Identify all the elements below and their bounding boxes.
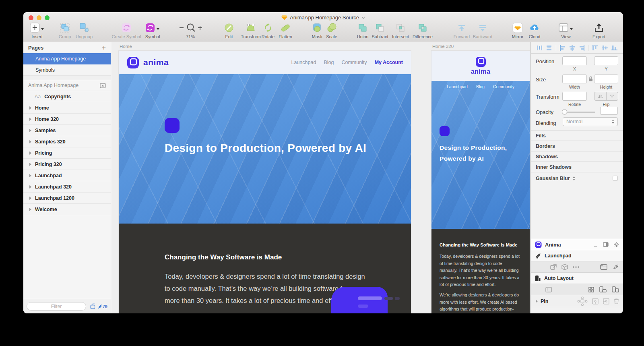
section-shadows[interactable]: Shadows — [531, 151, 623, 162]
layer-item-samples-320[interactable]: Samples 320 — [23, 136, 111, 147]
section-inner-shadows[interactable]: Inner Shadows — [531, 162, 623, 172]
pin-section-row[interactable]: Pin — [531, 295, 623, 307]
more-options-icon[interactable] — [573, 266, 579, 268]
height-field[interactable] — [594, 75, 618, 83]
flip-horizontal-button[interactable] — [594, 92, 607, 100]
preview-browser-icon[interactable] — [600, 264, 607, 270]
toolbar-edit-button[interactable]: Edit — [220, 22, 238, 39]
layout-list-icon[interactable] — [545, 287, 552, 292]
split-panel-icon[interactable] — [603, 242, 609, 247]
toolbar-rotate-button[interactable]: Rotate — [258, 22, 278, 39]
auto-layout-section-row[interactable]: Auto Layout — [531, 273, 623, 284]
disclosure-triangle-icon[interactable] — [29, 197, 31, 200]
export-link-icon[interactable] — [550, 264, 557, 270]
launchpad-section-row[interactable]: Launchpad — [531, 250, 623, 261]
page-item-symbols[interactable]: Symbols — [23, 64, 111, 76]
disclosure-triangle-icon[interactable] — [29, 174, 31, 177]
disclosure-triangle-icon[interactable] — [536, 300, 538, 303]
artboard-title-home-320[interactable]: Home 320 — [432, 44, 454, 49]
layer-item-copyrights[interactable]: Aa Copyrights — [23, 91, 111, 102]
pencil-badge-icon[interactable] — [97, 303, 101, 309]
toolbar-difference-button[interactable]: Difference — [411, 22, 435, 39]
toolbar-cloud-button[interactable]: Cloud — [526, 22, 543, 39]
lock-icon[interactable] — [588, 76, 593, 81]
rotate-field[interactable] — [562, 92, 587, 101]
toolbar-forward-button[interactable]: Forward — [451, 22, 473, 39]
toolbar-subtract-button[interactable]: Subtract — [369, 22, 391, 39]
layer-item-pricing[interactable]: Pricing — [23, 147, 111, 159]
blending-dropdown[interactable]: Normal — [563, 117, 618, 126]
artboard-home[interactable]: anima Launchpad Blog Community My Accoun… — [119, 51, 411, 313]
layer-item-launchpad[interactable]: Launchpad — [23, 170, 111, 181]
flip-vertical-button[interactable] — [607, 92, 618, 100]
grid-icon[interactable] — [588, 287, 594, 292]
toolbar-intersect-button[interactable]: Intersect — [389, 22, 412, 39]
toolbar-create-symbol-button[interactable]: Create Symbol — [110, 22, 143, 39]
launch-rocket-icon[interactable] — [613, 264, 619, 270]
filter-input[interactable] — [27, 302, 86, 311]
distribute-vertical-icon[interactable] — [546, 45, 553, 51]
add-page-button[interactable]: + — [102, 44, 106, 51]
toolbar-export-button[interactable]: Export — [589, 22, 609, 39]
align-right-icon[interactable] — [578, 45, 585, 51]
position-y-field[interactable] — [594, 56, 618, 65]
layer-item-launchpad-320[interactable]: Launchpad 320 — [23, 181, 111, 193]
pages-panel-toggle-icon[interactable] — [90, 303, 95, 309]
toolbar-mirror-button[interactable]: Mirror — [509, 22, 526, 39]
pin-constraints-icon[interactable] — [577, 296, 588, 306]
opacity-slider[interactable] — [563, 112, 595, 113]
mask-label: Mask — [312, 34, 322, 39]
toolbar-insert-button[interactable]: Insert — [27, 22, 47, 39]
toolbar-ungroup-button[interactable]: Ungroup — [72, 22, 96, 39]
opacity-slider-knob[interactable] — [562, 109, 567, 114]
disclosure-triangle-icon[interactable] — [29, 151, 31, 155]
disclosure-triangle-icon[interactable] — [29, 118, 31, 121]
minimize-panel-icon[interactable] — [593, 242, 598, 247]
artboard-title-home[interactable]: Home — [120, 44, 132, 49]
width-field[interactable] — [562, 75, 587, 83]
section-gaussian-blur[interactable]: Gaussian Blur — [531, 172, 623, 184]
disclosure-triangle-icon[interactable] — [29, 140, 31, 143]
toolbar-view-button[interactable]: View — [556, 22, 576, 39]
layer-item-launchpad-1200[interactable]: Launchpad 1200 — [23, 193, 111, 204]
gaussian-blur-checkbox[interactable] — [613, 176, 618, 181]
package-box-icon[interactable] — [561, 264, 568, 270]
toolbar-flatten-button[interactable]: Flatten — [275, 22, 295, 39]
align-left-icon[interactable] — [559, 45, 566, 51]
opacity-value-field[interactable] — [600, 107, 618, 115]
align-top-icon[interactable] — [591, 45, 598, 51]
section-borders[interactable]: Borders — [531, 141, 623, 151]
disclosure-triangle-icon[interactable] — [29, 208, 31, 211]
artboard-home-320[interactable]: anima Launchpad Blog Community Design to… — [431, 51, 530, 313]
toolbar-zoom-control[interactable]: 71% — [166, 22, 215, 39]
distribute-horizontal-icon[interactable] — [536, 45, 543, 51]
layer-item-home-320[interactable]: Home 320 — [23, 114, 111, 125]
toolbar-scale-button[interactable]: Scale — [324, 22, 340, 39]
orientation-landscape-icon[interactable] — [612, 286, 619, 292]
disclosure-triangle-icon[interactable] — [29, 185, 31, 189]
trash-icon[interactable] — [614, 298, 619, 304]
position-x-field[interactable] — [562, 56, 587, 65]
disclosure-triangle-icon[interactable] — [29, 163, 31, 166]
align-center-horizontal-icon[interactable] — [569, 45, 576, 51]
pin-horizontal-icon[interactable] — [592, 298, 599, 305]
flip-control[interactable] — [594, 92, 618, 101]
orientation-portrait-icon[interactable] — [599, 286, 607, 292]
layer-item-samples[interactable]: Samples — [23, 125, 111, 136]
page-item-anima-app-homepage[interactable]: Anima App Homepage — [23, 53, 111, 64]
toolbar-symbol-button[interactable]: Symbol — [143, 22, 162, 39]
sketch-file-icon — [281, 15, 287, 20]
gear-icon[interactable] — [614, 242, 619, 247]
layer-item-welcome[interactable]: Welcome — [23, 204, 111, 215]
disclosure-triangle-icon[interactable] — [29, 129, 31, 132]
toolbar-backward-button[interactable]: Backward — [471, 22, 494, 39]
section-fills[interactable]: Fills — [531, 130, 623, 141]
pin-vertical-icon[interactable] — [603, 298, 609, 305]
align-middle-vertical-icon[interactable] — [601, 45, 608, 51]
align-bottom-icon[interactable] — [611, 45, 618, 51]
toolbar-group-button[interactable]: Group — [55, 22, 75, 39]
disclosure-triangle-icon[interactable] — [29, 106, 31, 110]
layer-item-home[interactable]: Home — [23, 102, 111, 114]
layer-item-pricing-320[interactable]: Pricing 320 — [23, 159, 111, 170]
canvas[interactable]: Home anima Launchpad Blog Community My A… — [111, 42, 530, 313]
